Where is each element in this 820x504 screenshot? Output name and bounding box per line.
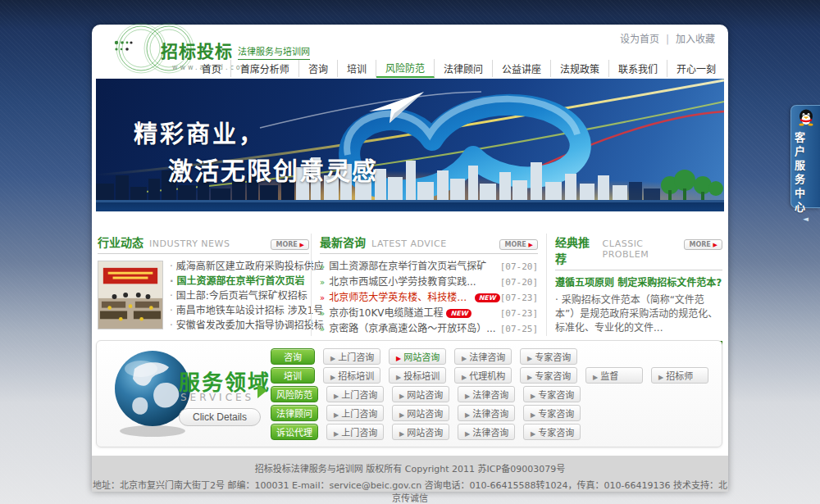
- nav-consulting[interactable]: 咨询: [299, 60, 338, 77]
- service-item-button[interactable]: ▶网站咨询: [389, 348, 446, 365]
- service-item-button[interactable]: ▶上门咨询: [323, 348, 380, 365]
- service-item-button[interactable]: ▶法律咨询: [454, 348, 512, 365]
- quick-links: 设为首页|加入收藏: [620, 31, 715, 45]
- click-details-button[interactable]: Click Details: [179, 408, 261, 426]
- industry-news-section: 行业动态 INDUSTRY NEWS MORE ▶ ·威海高新区建立政府采购投标…: [96, 234, 311, 336]
- service-item-button[interactable]: ▶招标师: [651, 367, 708, 384]
- category-button[interactable]: 风险防范: [271, 386, 318, 402]
- item-arrow-icon: »: [320, 290, 325, 306]
- classic-problem-header: 经典推荐 CLASSIC PROBLEM MORE ▶: [555, 234, 722, 270]
- list-item[interactable]: »京亦街10KV电缆隧道工程NEW[07-23]: [320, 306, 538, 321]
- news-sections: 行业动态 INDUSTRY NEWS MORE ▶ ·威海高新区建立政府采购投标…: [96, 234, 724, 336]
- service-item-button[interactable]: ▶专家咨询: [523, 424, 581, 440]
- banner-subheadline: 激活无限创意灵感: [168, 151, 378, 187]
- service-item-button[interactable]: ▶监督: [585, 367, 643, 384]
- main-navigation: 首页 首席分析师 咨询 培训 风险防范 法律顾问 公益讲座 法规政策 联系我们 …: [193, 59, 725, 78]
- classic-problem-section: 经典推荐 CLASSIC PROBLEM MORE ▶ 遵循五项原则 制定采购招…: [547, 234, 724, 336]
- classic-answer: · 采购招标文件范本（简称“文件范本”）是规范政府采购活动的规范化、标准化、专业…: [555, 293, 722, 335]
- new-badge: NEW: [446, 309, 472, 318]
- list-item[interactable]: »京密路（京承高速公路～开放环岛）...[07-25]: [320, 321, 538, 337]
- service-row-risk: 风险防范 ▶上门咨询 ▶网站咨询 ▶法律咨询 ▶专家咨询: [271, 386, 708, 402]
- service-item-button[interactable]: ▶法律咨询: [458, 405, 515, 421]
- service-item-button[interactable]: ▶网站咨询: [392, 405, 449, 421]
- services-grid: 咨询 ▶上门咨询 ▶网站咨询 ▶法律咨询 ▶专家咨询 培训 ▶招标培训 ▶投标培…: [271, 348, 708, 443]
- category-button[interactable]: 咨询: [271, 348, 315, 365]
- nav-public-lecture[interactable]: 公益讲座: [493, 60, 551, 77]
- service-item-button[interactable]: ▶法律咨询: [458, 386, 515, 402]
- item-date: [07-23]: [500, 290, 538, 306]
- classic-question[interactable]: 遵循五项原则 制定采购招标文件范本?: [555, 275, 722, 290]
- nav-training[interactable]: 培训: [338, 60, 376, 77]
- industry-news-header: 行业动态 INDUSTRY NEWS MORE ▶: [98, 234, 309, 254]
- category-button[interactable]: 培训: [271, 367, 315, 384]
- service-item-button[interactable]: ▶法律咨询: [458, 424, 515, 440]
- nav-regulations[interactable]: 法规政策: [551, 60, 609, 77]
- service-item-button[interactable]: ▶网站咨询: [392, 386, 449, 402]
- service-item-button[interactable]: ▶专家咨询: [520, 348, 577, 365]
- advice-more-button[interactable]: MORE ▶: [499, 239, 538, 250]
- nav-happy-moment[interactable]: 开心一刻: [667, 60, 725, 77]
- service-row-training: 培训 ▶招标培训 ▶投标培训 ▶代理机构 ▶专家咨询 ▶监督 ▶招标师: [271, 367, 708, 383]
- list-item[interactable]: »国土资源部在京举行首次页岩气探矿[07-20]: [320, 259, 538, 275]
- nav-contact-us[interactable]: 联系我们: [609, 60, 667, 77]
- service-item-button[interactable]: ▶上门咨询: [326, 386, 384, 402]
- classic-more-button[interactable]: MORE ▶: [684, 239, 722, 250]
- item-date: [07-25]: [500, 321, 538, 337]
- news-photo-thumbnail[interactable]: [98, 261, 163, 329]
- latest-advice-section: 最新咨询 LATEST ADVICE MORE ▶ »国土资源部在京举行首次页岩…: [311, 234, 547, 336]
- item-arrow-icon: »: [320, 306, 325, 321]
- list-item[interactable]: ·威海高新区建立政府采购投标供应: [170, 259, 324, 274]
- nav-legal-advisor[interactable]: 法律顾问: [435, 60, 493, 77]
- page-footer: 招标投标法律服务与培训网 版权所有 Copyright 2011 苏ICP备09…: [92, 456, 728, 492]
- service-item-button[interactable]: ▶专家咨询: [523, 405, 581, 421]
- latest-advice-header: 最新咨询 LATEST ADVICE MORE ▶: [320, 234, 538, 254]
- industry-news-title-en: INDUSTRY NEWS: [149, 238, 230, 249]
- logo-subtitle: 法律服务与培训网: [238, 44, 310, 60]
- latest-advice-title: 最新咨询: [320, 234, 366, 250]
- item-date: [07-23]: [500, 306, 538, 321]
- classic-problem-title-en: CLASSIC PROBLEM: [603, 238, 685, 260]
- service-item-button[interactable]: ▶招标培训: [323, 367, 380, 384]
- item-arrow-icon: »: [320, 275, 325, 290]
- more-arrow-icon: ▶: [529, 242, 533, 248]
- nav-home[interactable]: 首页: [193, 60, 231, 77]
- service-row-legal: 法律顾问 ▶上门咨询 ▶网站咨询 ▶法律咨询 ▶专家咨询: [271, 405, 708, 420]
- nav-risk-prevention[interactable]: 风险防范: [376, 59, 435, 78]
- service-row-consulting: 咨询 ▶上门咨询 ▶网站咨询 ▶法律咨询 ▶专家咨询: [271, 348, 708, 364]
- list-item[interactable]: ·国土部:今后页岩气探矿权招标: [170, 288, 324, 303]
- more-arrow-icon: ▶: [713, 242, 718, 248]
- qq-penguin-icon: [798, 109, 814, 127]
- customer-service-label: 客户服务中心: [791, 132, 807, 216]
- service-item-button[interactable]: ▶代理机构: [454, 367, 512, 384]
- service-item-button[interactable]: ▶网站咨询: [392, 424, 449, 440]
- services-panel: 服务领域 SERVICES Click Details 咨询 ▶上门咨询 ▶网站…: [96, 340, 722, 447]
- copyright-line: 招标投标法律服务与培训网 版权所有 Copyright 2011 苏ICP备09…: [92, 456, 728, 474]
- item-date: [07-20]: [500, 259, 538, 275]
- category-button[interactable]: 诉讼代理: [271, 424, 318, 440]
- service-item-button[interactable]: ▶上门咨询: [326, 405, 384, 421]
- hero-banner[interactable]: 精彩商业， 激活无限创意灵感: [96, 79, 724, 211]
- item-date: [07-20]: [500, 275, 538, 290]
- service-item-button[interactable]: ▶上门咨询: [326, 424, 384, 440]
- list-item[interactable]: »北京市西城区小学劳技教育实践...[07-20]: [320, 275, 538, 290]
- customer-service-tab[interactable]: 客户服务中心 ◄: [790, 105, 820, 208]
- industry-more-button[interactable]: MORE ▶: [271, 239, 309, 250]
- list-item[interactable]: »北京师范大学英东楼、科技楼外立...NEW[07-23]: [320, 290, 538, 306]
- set-home-link[interactable]: 设为首页: [620, 34, 659, 45]
- main-content-card: 设为首页|加入收藏 招标投标法律服务与培训网 www.abcd.com 首页 首…: [92, 25, 728, 492]
- service-item-button[interactable]: ▶投标培训: [389, 367, 446, 384]
- category-button[interactable]: 法律顾问: [271, 405, 318, 421]
- list-item[interactable]: ·国土资源部在京举行首次页岩: [170, 274, 324, 288]
- add-favorite-link[interactable]: 加入收藏: [676, 34, 715, 45]
- services-subtitle: SERVICES: [180, 392, 254, 403]
- service-row-litigation: 诉讼代理 ▶上门咨询 ▶网站咨询 ▶法律咨询 ▶专家咨询: [271, 424, 708, 439]
- item-arrow-icon: »: [320, 321, 325, 337]
- latest-advice-list: »国土资源部在京举行首次页岩气探矿[07-20] »北京市西城区小学劳技教育实践…: [320, 259, 538, 337]
- quick-links-separator: |: [666, 34, 669, 45]
- industry-news-list: ·威海高新区建立政府采购投标供应 ·国土资源部在京举行首次页岩 ·国土部:今后页…: [170, 259, 324, 333]
- service-item-button[interactable]: ▶专家咨询: [523, 386, 581, 402]
- nav-chief-analyst[interactable]: 首席分析师: [231, 60, 299, 77]
- service-item-button[interactable]: ▶专家咨询: [520, 367, 577, 384]
- list-item[interactable]: ·南昌市地铁车站设计招标 涉及1号: [170, 303, 324, 318]
- list-item[interactable]: ·安徽省发改委加大指导协调招投标: [170, 318, 324, 333]
